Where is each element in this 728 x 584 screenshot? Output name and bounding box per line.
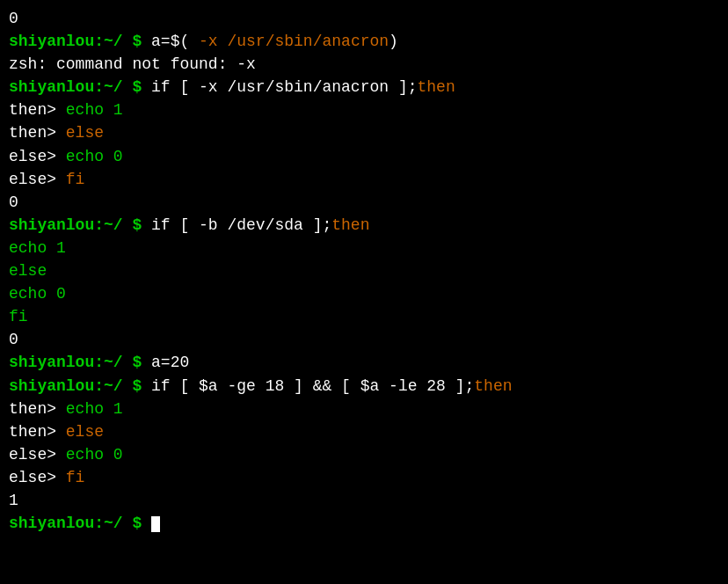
output-text: echo 1	[9, 239, 66, 257]
prompt: shiyanlou:~/ $	[9, 377, 151, 395]
cmd-line-23[interactable]: shiyanlou:~/ $	[9, 512, 719, 535]
output-text: echo 0	[9, 285, 66, 303]
terminal: 0 shiyanlou:~/ $ a=$( -x /usr/sbin/anacr…	[0, 0, 728, 584]
output-line-9: 0	[9, 191, 719, 214]
output-text: 1	[9, 492, 18, 509]
continuation-prefix: else>	[9, 148, 66, 165]
prompt: shiyanlou:~/ $	[9, 33, 151, 50]
cmd-text: if [ $a -ge 18 ] && [ $a -le 28 ];	[151, 377, 474, 395]
cmd-line-17: shiyanlou:~/ $ if [ $a -ge 18 ] && [ $a …	[9, 375, 719, 398]
continuation-line-7: else> echo 0	[9, 145, 719, 168]
cmd-keyword: then	[331, 216, 369, 234]
cmd-keyword: then	[474, 377, 512, 395]
output-line-15: 0	[9, 328, 719, 351]
prompt: shiyanlou:~/ $	[9, 515, 151, 532]
continuation-keyword: fi	[66, 469, 85, 486]
continuation-line-8: else> fi	[9, 168, 719, 191]
output-text: 0	[9, 10, 18, 27]
continuation-cmd: echo 0	[66, 148, 123, 165]
output-text: 0	[9, 193, 18, 211]
continuation-prefix: else>	[9, 446, 66, 464]
continuation-prefix: then>	[9, 400, 66, 418]
continuation-line-6: then> else	[9, 121, 719, 144]
terminal-cursor	[151, 516, 160, 532]
cmd-text: if [ -b /dev/sda ];	[151, 216, 331, 234]
cmd-line-4: shiyanlou:~/ $ if [ -x /usr/sbin/anacron…	[9, 76, 719, 99]
continuation-keyword: else	[66, 124, 104, 142]
output-line-22: 1	[9, 489, 719, 512]
cmd-line-10: shiyanlou:~/ $ if [ -b /dev/sda ];then	[9, 214, 719, 237]
continuation-prefix: then>	[9, 423, 66, 441]
output-line-3: zsh: command not found: -x	[9, 53, 719, 76]
output-text: 0	[9, 331, 18, 348]
continuation-prefix: then>	[9, 124, 66, 142]
output-line-12: else	[9, 259, 719, 282]
continuation-line-21: else> fi	[9, 466, 719, 489]
continuation-keyword: fi	[66, 171, 85, 188]
continuation-cmd: echo 1	[66, 400, 123, 418]
cmd-arg: -x /usr/sbin/anacron	[189, 33, 389, 50]
cmd-keyword: then	[417, 78, 455, 96]
continuation-keyword: else	[66, 423, 104, 441]
prompt: shiyanlou:~/ $	[9, 354, 151, 371]
continuation-cmd: echo 0	[66, 446, 123, 464]
cmd-text: a=$(	[151, 33, 189, 50]
output-text: fi	[9, 308, 28, 325]
prompt: shiyanlou:~/ $	[9, 78, 151, 96]
cmd-line-16: shiyanlou:~/ $ a=20	[9, 351, 719, 374]
continuation-line-20: else> echo 0	[9, 443, 719, 466]
cmd-line-2: shiyanlou:~/ $ a=$( -x /usr/sbin/anacron…	[9, 30, 719, 53]
output-line-1: 0	[9, 7, 719, 30]
continuation-line-18: then> echo 1	[9, 398, 719, 420]
continuation-cmd: echo 1	[66, 101, 123, 119]
continuation-prefix: else>	[9, 469, 66, 486]
cmd-text: a=20	[151, 354, 189, 371]
continuation-prefix: then>	[9, 101, 66, 119]
cmd-text: if [ -x /usr/sbin/anacron ];	[151, 78, 417, 96]
output-line-11: echo 1	[9, 237, 719, 259]
output-line-14: fi	[9, 305, 719, 328]
prompt: shiyanlou:~/ $	[9, 216, 151, 234]
output-text: else	[9, 262, 47, 280]
cmd-text: )	[389, 33, 398, 50]
output-line-13: echo 0	[9, 282, 719, 305]
output-text: zsh: command not found: -x	[9, 55, 256, 73]
continuation-prefix: else>	[9, 171, 66, 188]
continuation-line-5: then> echo 1	[9, 99, 719, 121]
continuation-line-19: then> else	[9, 420, 719, 443]
